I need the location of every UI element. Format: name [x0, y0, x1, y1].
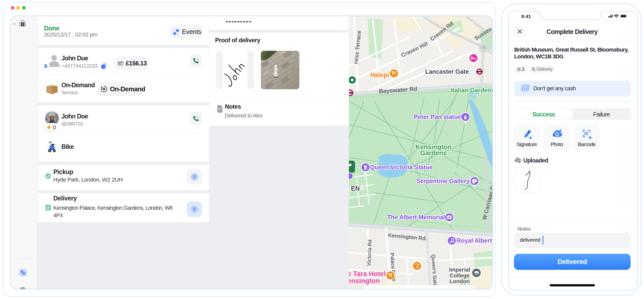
- svg-text:Queen Victoria Statue: Queen Victoria Statue: [370, 164, 433, 170]
- svg-text:Serpentine Gallery: Serpentine Gallery: [416, 178, 470, 184]
- svg-text:Victoria Rd: Victoria Rd: [366, 239, 373, 266]
- svg-text:Royal Albert I: Royal Albert I: [457, 237, 493, 244]
- svg-text:e Tara Hotel: e Tara Hotel: [349, 270, 386, 278]
- svg-text:Halepi: Halepi: [370, 71, 389, 78]
- svg-text:Italian Gardens: Italian Gardens: [451, 87, 493, 94]
- svg-text:Peter Pan statue: Peter Pan statue: [414, 113, 461, 120]
- svg-text:Imperial: Imperial: [449, 267, 470, 273]
- svg-text:College: College: [450, 272, 469, 279]
- svg-text:Lancaster Gate: Lancaster Gate: [425, 68, 469, 75]
- svg-text:Gardens: Gardens: [420, 149, 447, 157]
- svg-text:EN: EN: [351, 185, 360, 192]
- svg-text:The Albert Memorial: The Albert Memorial: [387, 214, 445, 221]
- svg-text:London: London: [450, 278, 470, 284]
- svg-text:ensington: ensington: [349, 277, 380, 285]
